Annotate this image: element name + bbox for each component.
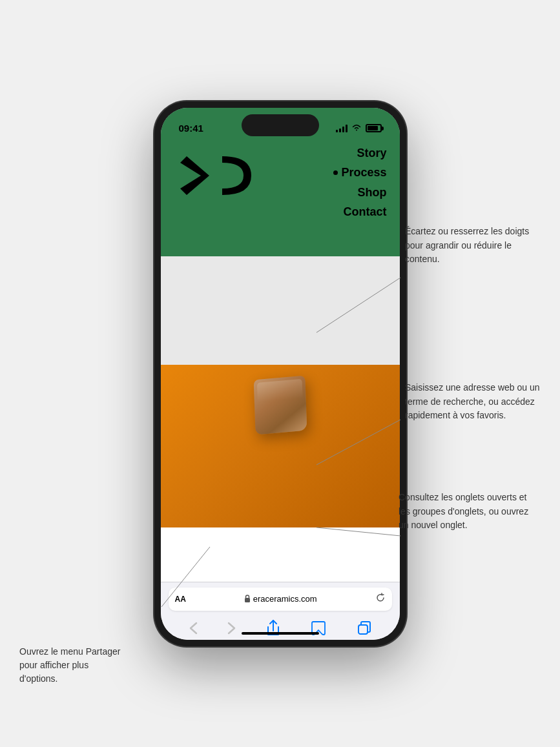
site-nav: Story Process Shop Contact (333, 143, 386, 222)
back-button[interactable] (189, 622, 198, 635)
svg-rect-1 (358, 625, 368, 634)
wifi-icon (351, 123, 362, 133)
toolbar (161, 611, 400, 640)
nav-contact[interactable]: Contact (333, 202, 386, 222)
nav-story[interactable]: Story (333, 143, 386, 163)
aa-button[interactable]: AA (175, 595, 186, 604)
nav-active-dot (333, 170, 338, 175)
battery-icon (366, 124, 382, 132)
ceramic-object (254, 378, 306, 433)
svg-rect-0 (245, 598, 250, 602)
signal-icon (336, 125, 347, 132)
forward-button[interactable] (227, 622, 236, 635)
dynamic-island (242, 114, 319, 136)
callout-address-bar: Saisissez une adresse web ou un terme de… (405, 381, 541, 423)
website-content: Story Process Shop Contact (161, 108, 400, 582)
nav-shop[interactable]: Shop (333, 183, 386, 203)
site-logo (174, 147, 258, 210)
callout-pinch-zoom: Écartez ou resserrez les doigts pour agr… (405, 225, 541, 267)
status-icons (336, 123, 382, 133)
nav-process-item: Process (333, 163, 386, 183)
home-indicator (242, 632, 319, 635)
phone-frame: 09:41 (154, 101, 406, 646)
product-image (161, 256, 400, 527)
nav-process[interactable]: Process (341, 163, 386, 183)
url-area[interactable]: eraceramics.com (191, 594, 370, 604)
callout-tabs: Consultez les onglets ouverts et les gro… (399, 491, 541, 533)
address-bar[interactable]: AA eraceramics.com (169, 588, 392, 611)
lock-icon (244, 595, 251, 604)
refresh-button[interactable] (375, 593, 386, 606)
safari-bar: AA eraceramics.com (161, 582, 400, 640)
tabs-button[interactable] (356, 620, 371, 636)
status-time: 09:41 (179, 123, 203, 134)
phone-screen: 09:41 (161, 108, 400, 640)
callout-share: Ouvrez le menu Partager pour afficher pl… (19, 645, 129, 686)
url-text: eraceramics.com (253, 594, 317, 604)
